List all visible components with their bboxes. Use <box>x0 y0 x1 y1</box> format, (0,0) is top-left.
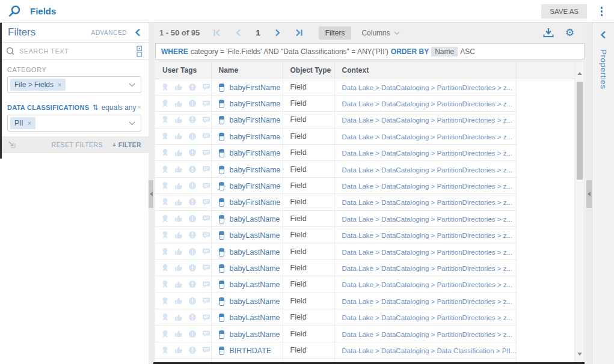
context-breadcrumb-link[interactable]: Data Lake > DataCataloging > PartitionDi… <box>342 84 513 91</box>
context-breadcrumb-link[interactable]: Data Lake > DataCataloging > PartitionDi… <box>342 117 513 124</box>
endorsement-icon[interactable] <box>161 115 169 124</box>
scroll-down-icon[interactable] <box>577 353 582 356</box>
context-breadcrumb-link[interactable]: Data Lake > DataCataloging > PartitionDi… <box>342 100 513 108</box>
comment-icon[interactable] <box>202 314 210 321</box>
thumbs-up-icon[interactable] <box>174 231 183 239</box>
deprecation-icon[interactable] <box>188 280 197 288</box>
field-name-link[interactable]: babyLastName <box>230 314 280 322</box>
deprecation-icon[interactable] <box>188 198 197 206</box>
table-row[interactable]: babyFirstName Field Data Lake > DataCata… <box>155 194 574 210</box>
context-breadcrumb-link[interactable]: Data Lake > DataCataloging > PartitionDi… <box>342 331 513 338</box>
comment-icon[interactable] <box>202 100 210 108</box>
thumbs-up-icon[interactable] <box>174 214 183 222</box>
context-breadcrumb-link[interactable]: Data Lake > DataCataloging > PartitionDi… <box>342 133 513 141</box>
field-name-link[interactable]: babyFirstName <box>230 166 281 174</box>
thumbs-up-icon[interactable] <box>174 149 183 157</box>
field-name-link[interactable]: babyLastName <box>230 231 280 240</box>
next-page-button[interactable] <box>274 29 281 37</box>
deprecation-icon[interactable] <box>188 132 197 141</box>
context-breadcrumb-link[interactable]: Data Lake > DataCataloging > PartitionDi… <box>342 281 513 288</box>
comment-icon[interactable] <box>202 214 210 222</box>
advanced-link[interactable]: ADVANCED <box>91 29 127 36</box>
endorsement-icon[interactable] <box>161 346 169 354</box>
field-name-link[interactable]: babyLastName <box>230 297 280 306</box>
column-header-context[interactable]: Context <box>334 62 516 79</box>
deprecation-icon[interactable] <box>188 264 197 272</box>
remove-pii-chip-icon[interactable]: × <box>28 120 31 127</box>
thumbs-up-icon[interactable] <box>174 132 183 140</box>
thumbs-up-icon[interactable] <box>174 116 183 124</box>
reset-filters-button[interactable]: RESET FILTERS <box>51 141 102 148</box>
table-row[interactable]: babyLastName Field Data Lake > DataCatal… <box>155 210 574 226</box>
last-page-button[interactable] <box>295 29 303 37</box>
field-name-link[interactable]: babyLastName <box>230 215 280 223</box>
filters-toggle-button[interactable]: Filters <box>319 26 352 40</box>
save-as-button[interactable]: SAVE AS <box>541 4 587 19</box>
table-row[interactable]: babyLastName Field Data Lake > DataCatal… <box>155 293 574 309</box>
deprecation-icon[interactable] <box>188 115 197 124</box>
endorsement-icon[interactable] <box>161 165 169 174</box>
comment-icon[interactable] <box>202 149 210 157</box>
context-breadcrumb-link[interactable]: Data Lake > DataCataloging > PartitionDi… <box>342 166 513 174</box>
thumbs-up-icon[interactable] <box>174 165 183 173</box>
data-classifications-label[interactable]: DATA CLASSIFICATIONS <box>7 104 89 111</box>
comment-icon[interactable] <box>202 165 210 173</box>
field-name-link[interactable]: babyLastName <box>230 248 280 256</box>
deprecation-icon[interactable] <box>188 181 197 190</box>
field-name-link[interactable]: babyLastName <box>230 330 280 339</box>
table-row[interactable]: babyLastName Field Data Lake > DataCatal… <box>155 227 574 243</box>
table-row[interactable]: babyFirstName Field Data Lake > DataCata… <box>155 79 574 95</box>
collapse-corner-icon[interactable] <box>7 140 17 150</box>
thumbs-up-icon[interactable] <box>174 198 183 206</box>
comment-icon[interactable] <box>202 247 210 255</box>
comment-icon[interactable] <box>202 231 210 239</box>
thumbs-up-icon[interactable] <box>174 247 183 255</box>
collapse-sidebar-icon[interactable] <box>135 28 141 37</box>
endorsement-icon[interactable] <box>161 247 169 256</box>
table-row[interactable]: babyFirstName Field Data Lake > DataCata… <box>155 112 574 128</box>
context-breadcrumb-link[interactable]: Data Lake > DataCataloging > PartitionDi… <box>342 265 513 272</box>
field-name-link[interactable]: babyFirstName <box>230 83 281 92</box>
comment-icon[interactable] <box>202 116 210 124</box>
endorsement-icon[interactable] <box>161 99 169 108</box>
table-row[interactable]: babyLastName Field Data Lake > DataCatal… <box>155 326 574 342</box>
endorsement-icon[interactable] <box>161 297 169 305</box>
comment-icon[interactable] <box>202 264 210 271</box>
column-header-name[interactable]: Name <box>211 62 283 79</box>
remove-classification-filter-icon[interactable]: × <box>137 103 141 112</box>
context-breadcrumb-link[interactable]: Data Lake > DataCataloging > PartitionDi… <box>342 183 513 190</box>
deprecation-icon[interactable] <box>188 330 197 338</box>
previous-page-button[interactable] <box>235 29 242 37</box>
field-name-link[interactable]: babyFirstName <box>230 116 281 124</box>
download-icon[interactable] <box>543 28 554 38</box>
endorsement-icon[interactable] <box>161 313 169 321</box>
comment-icon[interactable] <box>202 198 210 206</box>
table-row[interactable]: babyFirstName Field Data Lake > DataCata… <box>155 128 574 144</box>
endorsement-icon[interactable] <box>161 330 169 338</box>
comment-icon[interactable] <box>202 281 210 288</box>
deprecation-icon[interactable] <box>188 83 197 91</box>
right-splitter-grip[interactable] <box>586 180 592 208</box>
field-name-link[interactable]: babyLastName <box>230 264 280 273</box>
endorsement-icon[interactable] <box>161 132 169 141</box>
column-header-object-type[interactable]: Object Type <box>283 62 334 79</box>
field-name-link[interactable]: BIRTHDATE <box>230 347 272 355</box>
columns-menu-button[interactable]: Columns <box>361 29 399 37</box>
table-row[interactable]: BIRTHDATE Field Data Lake > DataCatalogi… <box>155 342 574 358</box>
endorsement-icon[interactable] <box>161 214 169 223</box>
match-options-icon[interactable] <box>137 46 143 57</box>
thumbs-up-icon[interactable] <box>174 264 183 271</box>
left-splitter-grip[interactable] <box>149 180 153 208</box>
table-row[interactable]: babyFirstName Field Data Lake > DataCata… <box>155 95 574 111</box>
classification-sort-icon[interactable]: ⇅ <box>92 103 98 112</box>
deprecation-icon[interactable] <box>188 148 197 157</box>
thumbs-up-icon[interactable] <box>174 297 183 305</box>
field-name-link[interactable]: babyFirstName <box>230 149 281 157</box>
comment-icon[interactable] <box>202 83 210 91</box>
scroll-up-icon[interactable] <box>577 72 582 75</box>
thumbs-up-icon[interactable] <box>174 346 183 354</box>
context-breadcrumb-link[interactable]: Data Lake > DataCataloging > PartitionDi… <box>342 314 513 321</box>
comment-icon[interactable] <box>202 182 210 190</box>
scrollbar-thumb[interactable] <box>577 82 583 180</box>
endorsement-icon[interactable] <box>161 198 169 206</box>
